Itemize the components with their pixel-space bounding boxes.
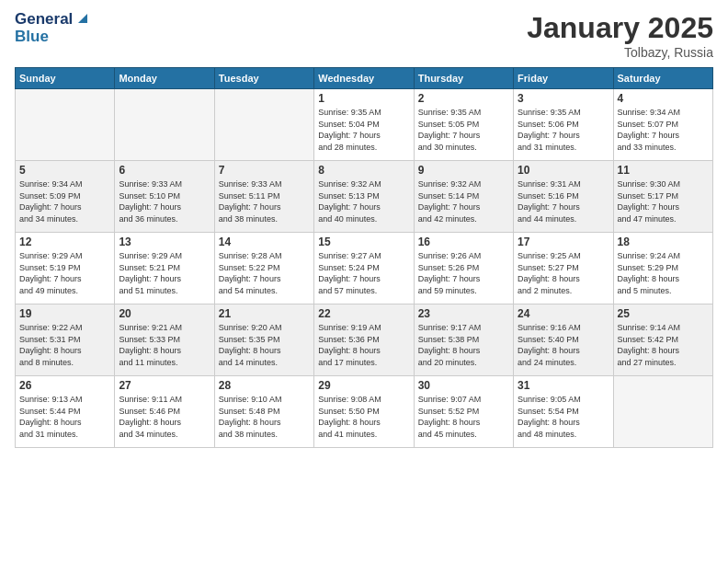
day-info: Sunrise: 9:35 AM Sunset: 5:05 PM Dayligh… bbox=[418, 107, 509, 153]
day-number: 15 bbox=[318, 236, 409, 248]
day-info: Sunrise: 9:34 AM Sunset: 5:07 PM Dayligh… bbox=[618, 107, 709, 153]
svg-marker-0 bbox=[78, 14, 87, 23]
table-row: 29Sunrise: 9:08 AM Sunset: 5:50 PM Dayli… bbox=[314, 376, 414, 448]
calendar-table: Sunday Monday Tuesday Wednesday Thursday… bbox=[15, 67, 713, 448]
day-info: Sunrise: 9:22 AM Sunset: 5:31 PM Dayligh… bbox=[19, 322, 110, 368]
day-info: Sunrise: 9:26 AM Sunset: 5:26 PM Dayligh… bbox=[418, 250, 509, 296]
table-row: 31Sunrise: 9:05 AM Sunset: 5:54 PM Dayli… bbox=[514, 376, 613, 448]
col-saturday: Saturday bbox=[613, 68, 712, 89]
month-title: January 2025 bbox=[527, 11, 713, 45]
day-number: 1 bbox=[318, 92, 409, 105]
table-row bbox=[214, 89, 313, 161]
day-info: Sunrise: 9:08 AM Sunset: 5:50 PM Dayligh… bbox=[318, 394, 409, 440]
col-friday: Friday bbox=[514, 68, 613, 89]
page: General Blue January 2025 Tolbazy, Russi… bbox=[0, 0, 728, 563]
day-info: Sunrise: 9:30 AM Sunset: 5:17 PM Dayligh… bbox=[618, 178, 709, 224]
day-number: 11 bbox=[618, 164, 709, 177]
day-number: 19 bbox=[19, 307, 110, 320]
day-info: Sunrise: 9:17 AM Sunset: 5:38 PM Dayligh… bbox=[418, 322, 509, 368]
col-tuesday: Tuesday bbox=[214, 68, 313, 89]
table-row: 20Sunrise: 9:21 AM Sunset: 5:33 PM Dayli… bbox=[115, 304, 214, 376]
table-row: 19Sunrise: 9:22 AM Sunset: 5:31 PM Dayli… bbox=[16, 304, 115, 376]
day-info: Sunrise: 9:11 AM Sunset: 5:46 PM Dayligh… bbox=[119, 394, 210, 440]
day-number: 20 bbox=[119, 307, 210, 320]
logo-line2: Blue bbox=[15, 29, 89, 46]
day-number: 5 bbox=[19, 164, 110, 177]
calendar-week-row: 26Sunrise: 9:13 AM Sunset: 5:44 PM Dayli… bbox=[16, 376, 713, 448]
day-info: Sunrise: 9:25 AM Sunset: 5:27 PM Dayligh… bbox=[518, 250, 609, 296]
location-subtitle: Tolbazy, Russia bbox=[527, 45, 713, 60]
day-number: 9 bbox=[418, 164, 509, 177]
day-info: Sunrise: 9:05 AM Sunset: 5:54 PM Dayligh… bbox=[518, 394, 609, 440]
table-row: 8Sunrise: 9:32 AM Sunset: 5:13 PM Daylig… bbox=[314, 161, 414, 233]
day-info: Sunrise: 9:16 AM Sunset: 5:40 PM Dayligh… bbox=[518, 322, 609, 368]
day-info: Sunrise: 9:14 AM Sunset: 5:42 PM Dayligh… bbox=[618, 322, 709, 368]
logo-line1: General bbox=[15, 11, 73, 29]
table-row: 30Sunrise: 9:07 AM Sunset: 5:52 PM Dayli… bbox=[414, 376, 513, 448]
day-number: 4 bbox=[618, 92, 709, 105]
col-wednesday: Wednesday bbox=[314, 68, 414, 89]
day-number: 7 bbox=[219, 164, 310, 177]
table-row: 24Sunrise: 9:16 AM Sunset: 5:40 PM Dayli… bbox=[514, 304, 613, 376]
day-info: Sunrise: 9:29 AM Sunset: 5:21 PM Dayligh… bbox=[119, 250, 210, 296]
table-row: 26Sunrise: 9:13 AM Sunset: 5:44 PM Dayli… bbox=[16, 376, 115, 448]
day-number: 14 bbox=[219, 236, 310, 248]
table-row bbox=[115, 89, 214, 161]
day-info: Sunrise: 9:33 AM Sunset: 5:11 PM Dayligh… bbox=[219, 178, 310, 224]
day-info: Sunrise: 9:19 AM Sunset: 5:36 PM Dayligh… bbox=[318, 322, 409, 368]
day-info: Sunrise: 9:27 AM Sunset: 5:24 PM Dayligh… bbox=[318, 250, 409, 296]
day-number: 24 bbox=[518, 307, 609, 320]
day-number: 3 bbox=[518, 92, 609, 105]
day-number: 29 bbox=[318, 379, 409, 392]
table-row: 15Sunrise: 9:27 AM Sunset: 5:24 PM Dayli… bbox=[314, 233, 414, 304]
day-info: Sunrise: 9:32 AM Sunset: 5:13 PM Dayligh… bbox=[318, 178, 409, 224]
table-row: 3Sunrise: 9:35 AM Sunset: 5:06 PM Daylig… bbox=[514, 89, 613, 161]
calendar-week-row: 1Sunrise: 9:35 AM Sunset: 5:04 PM Daylig… bbox=[16, 89, 713, 161]
day-number: 22 bbox=[318, 307, 409, 320]
col-sunday: Sunday bbox=[16, 68, 115, 89]
day-info: Sunrise: 9:33 AM Sunset: 5:10 PM Dayligh… bbox=[119, 178, 210, 224]
table-row bbox=[613, 376, 712, 448]
day-info: Sunrise: 9:07 AM Sunset: 5:52 PM Dayligh… bbox=[418, 394, 509, 440]
table-row: 1Sunrise: 9:35 AM Sunset: 5:04 PM Daylig… bbox=[314, 89, 414, 161]
table-row: 23Sunrise: 9:17 AM Sunset: 5:38 PM Dayli… bbox=[414, 304, 513, 376]
day-info: Sunrise: 9:34 AM Sunset: 5:09 PM Dayligh… bbox=[19, 178, 110, 224]
day-number: 13 bbox=[119, 236, 210, 248]
calendar-week-row: 19Sunrise: 9:22 AM Sunset: 5:31 PM Dayli… bbox=[16, 304, 713, 376]
table-row: 11Sunrise: 9:30 AM Sunset: 5:17 PM Dayli… bbox=[613, 161, 712, 233]
day-number: 30 bbox=[418, 379, 509, 392]
day-info: Sunrise: 9:13 AM Sunset: 5:44 PM Dayligh… bbox=[19, 394, 110, 440]
table-row: 18Sunrise: 9:24 AM Sunset: 5:29 PM Dayli… bbox=[613, 233, 712, 304]
table-row: 17Sunrise: 9:25 AM Sunset: 5:27 PM Dayli… bbox=[514, 233, 613, 304]
day-number: 8 bbox=[318, 164, 409, 177]
day-info: Sunrise: 9:21 AM Sunset: 5:33 PM Dayligh… bbox=[119, 322, 210, 368]
table-row: 21Sunrise: 9:20 AM Sunset: 5:35 PM Dayli… bbox=[214, 304, 313, 376]
table-row: 25Sunrise: 9:14 AM Sunset: 5:42 PM Dayli… bbox=[613, 304, 712, 376]
day-info: Sunrise: 9:29 AM Sunset: 5:19 PM Dayligh… bbox=[19, 250, 110, 296]
header: General Blue January 2025 Tolbazy, Russi… bbox=[15, 11, 713, 60]
table-row bbox=[16, 89, 115, 161]
day-number: 26 bbox=[19, 379, 110, 392]
title-block: January 2025 Tolbazy, Russia bbox=[527, 11, 713, 60]
day-number: 21 bbox=[219, 307, 310, 320]
day-number: 27 bbox=[119, 379, 210, 392]
col-thursday: Thursday bbox=[414, 68, 513, 89]
day-info: Sunrise: 9:28 AM Sunset: 5:22 PM Dayligh… bbox=[219, 250, 310, 296]
table-row: 6Sunrise: 9:33 AM Sunset: 5:10 PM Daylig… bbox=[115, 161, 214, 233]
day-info: Sunrise: 9:10 AM Sunset: 5:48 PM Dayligh… bbox=[219, 394, 310, 440]
day-number: 31 bbox=[518, 379, 609, 392]
col-monday: Monday bbox=[115, 68, 214, 89]
table-row: 14Sunrise: 9:28 AM Sunset: 5:22 PM Dayli… bbox=[214, 233, 313, 304]
table-row: 13Sunrise: 9:29 AM Sunset: 5:21 PM Dayli… bbox=[115, 233, 214, 304]
table-row: 16Sunrise: 9:26 AM Sunset: 5:26 PM Dayli… bbox=[414, 233, 513, 304]
table-row: 7Sunrise: 9:33 AM Sunset: 5:11 PM Daylig… bbox=[214, 161, 313, 233]
day-number: 18 bbox=[618, 236, 709, 248]
day-number: 25 bbox=[618, 307, 709, 320]
table-row: 22Sunrise: 9:19 AM Sunset: 5:36 PM Dayli… bbox=[314, 304, 414, 376]
table-row: 12Sunrise: 9:29 AM Sunset: 5:19 PM Dayli… bbox=[16, 233, 115, 304]
calendar-week-row: 12Sunrise: 9:29 AM Sunset: 5:19 PM Dayli… bbox=[16, 233, 713, 304]
table-row: 28Sunrise: 9:10 AM Sunset: 5:48 PM Dayli… bbox=[214, 376, 313, 448]
day-info: Sunrise: 9:31 AM Sunset: 5:16 PM Dayligh… bbox=[518, 178, 609, 224]
table-row: 27Sunrise: 9:11 AM Sunset: 5:46 PM Dayli… bbox=[115, 376, 214, 448]
table-row: 4Sunrise: 9:34 AM Sunset: 5:07 PM Daylig… bbox=[613, 89, 712, 161]
